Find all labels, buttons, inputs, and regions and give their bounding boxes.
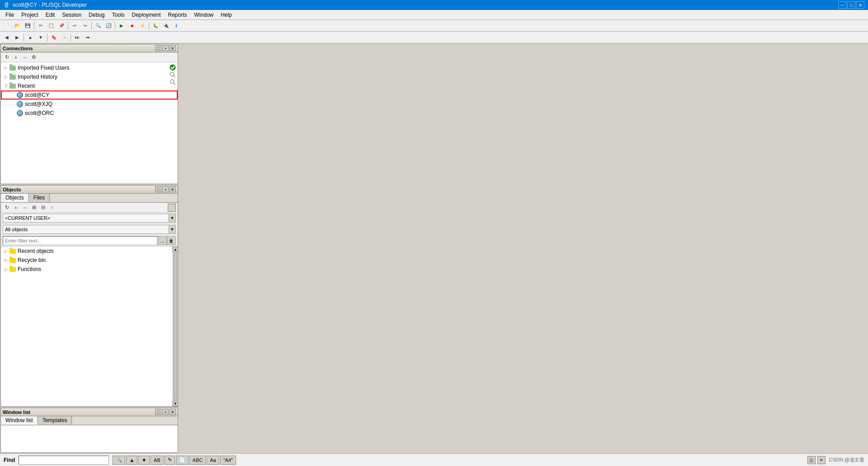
current-user-arrow[interactable]: ▼ [169, 214, 176, 223]
objects-restore-btn[interactable]: □ [155, 186, 161, 192]
obj-collapse-btn[interactable]: ⊟ [39, 204, 47, 212]
find-case-btn[interactable]: Aa [207, 456, 219, 465]
toolbar2-bookmark[interactable]: 🔖 [49, 33, 59, 43]
toolbar-connect[interactable]: 🔌 [161, 21, 171, 31]
find-abc-btn[interactable]: ABC [189, 456, 206, 465]
find-regex-btn[interactable]: "A#" [220, 456, 236, 465]
filter-clear-btn[interactable]: 🗑 [167, 236, 176, 245]
connections-close-btn[interactable]: ✕ [170, 45, 176, 51]
toolbar-cut[interactable]: ✂ [36, 21, 46, 31]
connections-max-btn[interactable]: ▪ [162, 45, 169, 51]
toolbar2-fwd[interactable]: ▶ [12, 33, 22, 43]
menu-file[interactable]: File [2, 11, 18, 19]
menu-session[interactable]: Session [58, 11, 85, 19]
current-user-select[interactable]: <CURRENT USER> [3, 214, 169, 223]
toolbar-undo[interactable]: ↩ [70, 21, 80, 31]
toolbar-save[interactable]: 💾 [23, 21, 33, 31]
maximize-button[interactable]: □ [847, 1, 855, 9]
toolbar2-goto[interactable]: → [59, 33, 69, 43]
tab-templates[interactable]: Templates [38, 416, 72, 425]
conn-imported-fixed-users[interactable]: ▷ Imported Fixed Users [1, 63, 178, 72]
obj-add-btn[interactable]: + [12, 204, 20, 212]
toolbar-info[interactable]: ℹ [171, 21, 181, 31]
obj-functions[interactable]: ▷ Functions [1, 265, 172, 274]
menu-edit[interactable]: Edit [42, 11, 59, 19]
toolbar-stop[interactable]: ■ [127, 21, 137, 31]
menu-window[interactable]: Window [191, 11, 217, 19]
obj-recent-objects[interactable]: ▷ Recent objects [1, 247, 172, 256]
filter-input[interactable] [3, 236, 158, 245]
toolbar-replace[interactable]: 🔄 [104, 21, 113, 31]
scroll-up-btn[interactable]: ▲ [173, 247, 178, 252]
scroll-down-btn[interactable]: ▼ [173, 401, 178, 406]
connections-panel-header: Connections □ ▪ ✕ [1, 44, 178, 52]
conn-recent[interactable]: ▽ Recent [1, 81, 178, 90]
find-replace-btn[interactable]: AB [151, 456, 164, 465]
conn-scott-xjq[interactable]: scott@XJQ [1, 100, 178, 109]
toolbar2-up[interactable]: ▲ [25, 33, 35, 43]
obj-recycle-bin[interactable]: ▷ Recycle bin [1, 256, 172, 265]
find-label: Find [4, 457, 15, 463]
all-objects-arrow[interactable]: ▼ [169, 225, 176, 234]
toolbar-debug[interactable]: 🐛 [151, 21, 160, 31]
close-button[interactable]: ✕ [856, 1, 864, 9]
toolbar-find[interactable]: 🔍 [93, 21, 103, 31]
toolbar-paste[interactable]: 📌 [57, 21, 66, 31]
objects-max-btn[interactable]: ▪ [162, 186, 169, 192]
wl-close-btn[interactable]: ✕ [170, 409, 176, 415]
toolbar-open[interactable]: 📂 [12, 21, 22, 31]
toolbar-run[interactable]: ▶ [117, 21, 127, 31]
conn-icon-search1[interactable] [170, 71, 176, 78]
objects-close-btn[interactable]: ✕ [170, 186, 176, 192]
find-options-btn[interactable]: ✎ [165, 456, 175, 465]
toolbar-copy[interactable]: 📋 [46, 21, 56, 31]
find-toggle1[interactable]: ◫ [807, 456, 816, 464]
wl-max-btn[interactable]: ▪ [162, 409, 169, 415]
tab-files[interactable]: Files [29, 194, 50, 202]
menu-debug[interactable]: Debug [85, 11, 108, 19]
window-list-title: Window list [3, 409, 30, 415]
find-prev-btn[interactable]: ▲ [126, 456, 137, 465]
obj-up-btn[interactable]: ↑ [48, 204, 56, 212]
menu-project[interactable]: Project [18, 11, 42, 19]
filter-dots-btn[interactable]: ... [158, 236, 167, 245]
toolbar2-back[interactable]: ◀ [2, 33, 12, 43]
wl-restore-btn[interactable]: □ [155, 409, 161, 415]
tab-window-list[interactable]: Window list [1, 416, 38, 425]
toolbar-redo[interactable]: ↪ [80, 21, 90, 31]
conn-icon-green[interactable] [170, 64, 176, 71]
menu-reports[interactable]: Reports [165, 11, 191, 19]
conn-scott-orc[interactable]: scott@ORC [1, 109, 178, 118]
tab-objects[interactable]: Objects [1, 194, 29, 202]
scroll-thumb[interactable] [173, 252, 177, 400]
minimize-button[interactable]: ─ [838, 1, 846, 9]
obj-toggle-btn[interactable] [168, 204, 176, 212]
toolbar-compile[interactable]: ⚡ [137, 21, 147, 31]
toolbar2-down[interactable]: ▼ [36, 33, 46, 43]
find-input[interactable] [19, 456, 109, 465]
menu-deployment[interactable]: Deployment [128, 11, 164, 19]
find-next-btn[interactable]: ▼ [138, 456, 150, 465]
toolbar2-next[interactable]: ⏭ [72, 33, 82, 43]
find-doc-btn[interactable]: 📄 [176, 456, 189, 465]
all-objects-select[interactable]: All objects [3, 225, 169, 234]
conn-refresh-btn[interactable]: ↻ [3, 53, 11, 62]
toolbar2-arrow-right[interactable]: ➡ [83, 33, 93, 43]
obj-expand-btn[interactable]: ⊞ [30, 204, 38, 212]
conn-add-btn[interactable]: + [12, 53, 20, 62]
find-status: CSDN @读文斋 [829, 456, 864, 463]
toolbar-new[interactable]: 📄 [2, 21, 12, 31]
obj-remove-btn[interactable]: − [21, 204, 29, 212]
conn-icon-search2[interactable] [170, 79, 176, 85]
conn-scott-cy[interactable]: scott@CY [1, 90, 178, 100]
conn-remove-btn[interactable]: − [21, 53, 29, 62]
obj-refresh-btn[interactable]: ↻ [3, 204, 11, 212]
find-toggle2[interactable]: ✕ [817, 456, 826, 464]
functions-label: Functions [18, 266, 41, 272]
conn-imported-history[interactable]: ▷ Imported History [1, 72, 178, 81]
conn-props-btn[interactable]: ⚙ [30, 53, 38, 62]
find-search-btn[interactable]: 🔍 [113, 456, 125, 465]
menu-tools[interactable]: Tools [108, 11, 128, 19]
connections-restore-btn[interactable]: □ [155, 45, 161, 51]
menu-help[interactable]: Help [217, 11, 236, 19]
